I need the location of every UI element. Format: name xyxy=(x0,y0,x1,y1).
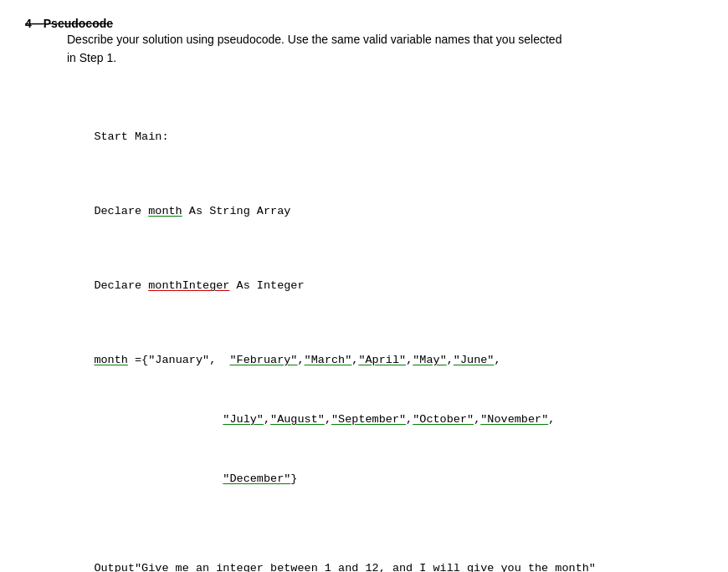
code-block: Start Main: Declare month As String Arra… xyxy=(67,93,703,572)
description-line2: in Step 1. xyxy=(67,51,116,64)
october-str: "October" xyxy=(413,413,474,426)
month-var-1: month xyxy=(148,205,182,217)
february-str: "February" xyxy=(229,354,297,366)
close-brace: } xyxy=(290,472,297,485)
output-keyword-1: Output xyxy=(94,562,135,572)
output1-text-3: month" xyxy=(548,562,596,572)
declare-rest2: As Integer xyxy=(229,279,304,292)
the-text: the xyxy=(528,562,548,572)
description: Describe your solution using pseudocode.… xyxy=(67,30,703,68)
comma8: , xyxy=(406,413,413,426)
declare-monthinteger-line: Declare monthInteger As Integer xyxy=(67,257,703,316)
start-main-text: Start Main: xyxy=(94,130,168,143)
may-str: "May" xyxy=(413,354,447,366)
month-assign-line2: "July","August","September","October","N… xyxy=(67,390,703,449)
july-str: "July" xyxy=(223,413,264,426)
september-str: "September" xyxy=(331,413,406,426)
november-str: "November" xyxy=(480,413,548,426)
march-str: "March" xyxy=(305,354,352,366)
month-assign-line1: month ={"January", "February","March","A… xyxy=(67,330,703,390)
april-str: "April" xyxy=(358,354,406,366)
declare-month-line: Declare month As String Array xyxy=(67,182,703,242)
section-heading: 4—Pseudocode xyxy=(25,17,703,30)
heading-text: 4—Pseudocode xyxy=(25,17,113,30)
comma7: , xyxy=(325,413,331,426)
comma4: , xyxy=(447,354,454,366)
monthinteger-var-1: monthInteger xyxy=(148,279,229,292)
comma6: , xyxy=(264,413,270,426)
august-str: "August" xyxy=(270,413,325,426)
declare-rest1: As String Array xyxy=(182,205,291,217)
june-str: "June" xyxy=(454,354,495,366)
december-str: "December" xyxy=(223,472,290,485)
month-assign-line3: "December"} xyxy=(67,449,703,508)
description-line1: Describe your solution using pseudocode.… xyxy=(67,33,561,46)
output1-text: "Give me an integer between 1 xyxy=(135,562,338,572)
comma5: , xyxy=(494,354,500,366)
assign-op: ={"January", xyxy=(128,354,230,366)
and-text-1: and xyxy=(338,562,358,572)
start-main-line: Start Main: xyxy=(67,108,703,167)
comma10: , xyxy=(548,413,555,426)
month-var-2: month xyxy=(94,354,128,366)
declare-keyword2: Declare xyxy=(94,279,148,292)
indent-2 xyxy=(94,413,223,426)
comma1: , xyxy=(297,354,304,366)
output1-text-2: 12, and I will give you xyxy=(358,562,528,572)
output1-line: Output"Give me an integer between 1 and … xyxy=(67,539,703,572)
indent-3 xyxy=(94,472,223,485)
declare-keyword1: Declare xyxy=(94,205,148,217)
